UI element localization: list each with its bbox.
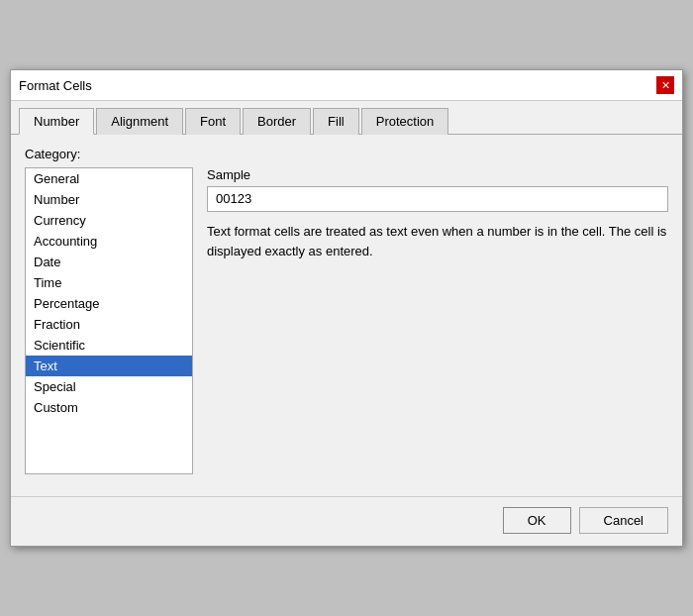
category-item-text[interactable]: Text (26, 356, 192, 376)
close-button[interactable]: ✕ (656, 76, 674, 94)
category-item-time[interactable]: Time (26, 272, 192, 293)
category-item-custom[interactable]: Custom (26, 397, 192, 418)
category-item-special[interactable]: Special (26, 376, 192, 397)
dialog-footer: OK Cancel (11, 496, 682, 546)
tab-border[interactable]: Border (243, 108, 311, 135)
tab-font[interactable]: Font (185, 108, 241, 135)
cancel-button[interactable]: Cancel (579, 507, 668, 534)
tab-fill[interactable]: Fill (313, 108, 359, 135)
tab-protection[interactable]: Protection (361, 108, 449, 135)
category-item-number[interactable]: Number (26, 189, 192, 210)
list-panel: GeneralNumberCurrencyAccountingDateTimeP… (25, 167, 193, 474)
right-panel: Sample 00123 Text format cells are treat… (207, 167, 668, 474)
sample-label: Sample (207, 167, 668, 182)
description-text: Text format cells are treated as text ev… (207, 222, 668, 260)
category-item-general[interactable]: General (26, 168, 192, 189)
title-bar: Format Cells ✕ (11, 70, 682, 101)
category-item-percentage[interactable]: Percentage (26, 293, 192, 314)
category-list[interactable]: GeneralNumberCurrencyAccountingDateTimeP… (25, 167, 193, 474)
tab-alignment[interactable]: Alignment (96, 108, 183, 135)
tab-bar: NumberAlignmentFontBorderFillProtection (11, 101, 682, 135)
main-content: GeneralNumberCurrencyAccountingDateTimeP… (25, 167, 668, 474)
category-item-scientific[interactable]: Scientific (26, 335, 192, 356)
category-item-currency[interactable]: Currency (26, 210, 192, 231)
tab-number[interactable]: Number (19, 108, 94, 135)
sample-value: 00123 (207, 186, 668, 212)
dialog-title: Format Cells (19, 78, 92, 93)
format-cells-dialog: Format Cells ✕ NumberAlignmentFontBorder… (10, 69, 683, 547)
category-label: Category: (25, 147, 668, 161)
ok-button[interactable]: OK (503, 507, 571, 534)
dialog-body: Category: GeneralNumberCurrencyAccountin… (11, 135, 682, 486)
category-item-fraction[interactable]: Fraction (26, 314, 192, 335)
category-item-accounting[interactable]: Accounting (26, 231, 192, 252)
category-item-date[interactable]: Date (26, 252, 192, 272)
